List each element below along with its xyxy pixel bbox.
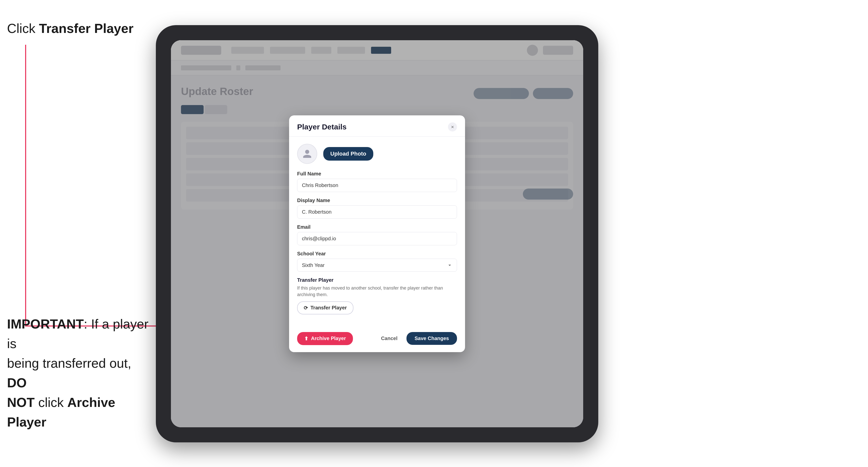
upload-photo-button[interactable]: Upload Photo	[323, 147, 373, 161]
instruction-prefix: Click	[7, 21, 39, 36]
annotation-line-vertical	[25, 45, 26, 326]
email-label: Email	[297, 224, 457, 230]
modal-title: Player Details	[297, 123, 347, 131]
modal-body: Upload Photo Full Name Display Name	[289, 137, 465, 327]
close-icon: ×	[451, 124, 454, 130]
modal-close-button[interactable]: ×	[448, 122, 457, 131]
transfer-icon: ⟳	[304, 305, 308, 311]
school-year-select[interactable]: First Year Second Year Third Year Fourth…	[297, 259, 457, 272]
transfer-description: If this player has moved to another scho…	[297, 285, 457, 298]
modal-footer: ⬆ Archive Player Cancel Save Changes	[289, 327, 465, 352]
archive-icon: ⬆	[304, 336, 308, 342]
ipad-device: Update Roster	[156, 25, 598, 442]
transfer-section-label: Transfer Player	[297, 277, 457, 283]
full-name-label: Full Name	[297, 171, 457, 177]
modal-header: Player Details ×	[289, 115, 465, 137]
player-details-modal: Player Details × Upload Photo	[289, 115, 465, 352]
email-group: Email	[297, 224, 457, 245]
transfer-section: Transfer Player If this player has moved…	[297, 277, 457, 314]
bottom-instruction: IMPORTANT: If a player is being transfer…	[7, 314, 153, 432]
archive-player-button[interactable]: ⬆ Archive Player	[297, 332, 353, 345]
photo-placeholder	[297, 144, 317, 164]
cancel-button[interactable]: Cancel	[376, 332, 403, 345]
person-icon	[302, 149, 312, 159]
full-name-input[interactable]	[297, 179, 457, 192]
photo-area: Upload Photo	[297, 144, 457, 164]
top-instruction: Click Transfer Player	[7, 20, 133, 37]
ipad-screen: Update Roster	[171, 40, 583, 427]
display-name-input[interactable]	[297, 205, 457, 219]
display-name-group: Display Name	[297, 197, 457, 219]
transfer-player-button[interactable]: ⟳ Transfer Player	[297, 301, 353, 314]
do-label: DO	[7, 375, 27, 390]
not-label: NOT	[7, 395, 35, 410]
school-year-group: School Year First Year Second Year Third…	[297, 251, 457, 272]
archive-btn-label: Archive Player	[311, 336, 346, 341]
important-label: IMPORTANT	[7, 317, 84, 331]
full-name-group: Full Name	[297, 171, 457, 192]
school-year-label: School Year	[297, 251, 457, 257]
save-changes-button[interactable]: Save Changes	[406, 332, 457, 345]
email-input[interactable]	[297, 232, 457, 245]
modal-overlay: Player Details × Upload Photo	[171, 40, 583, 427]
transfer-btn-label: Transfer Player	[310, 305, 347, 311]
instruction-bold: Transfer Player	[39, 21, 133, 36]
display-name-label: Display Name	[297, 197, 457, 203]
